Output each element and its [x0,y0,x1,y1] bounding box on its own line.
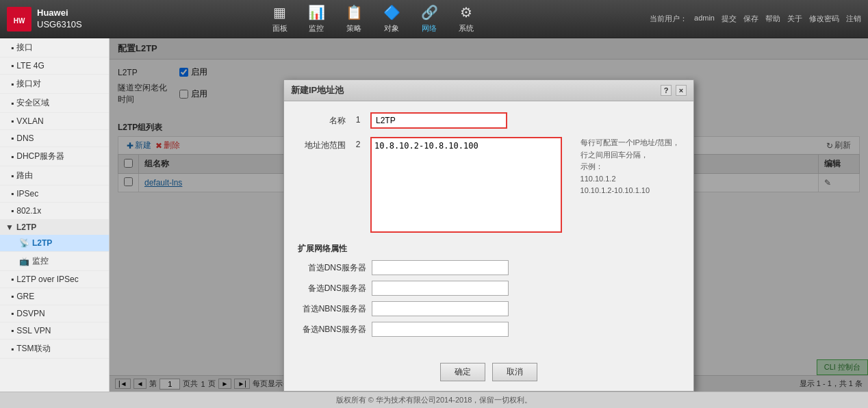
nav-policy[interactable]: 📋 策略 [346,4,363,34]
nav-system[interactable]: ⚙ 系统 [459,4,474,34]
sidebar-group-l2tp[interactable]: ▼ L2TP [0,220,109,235]
gre-icon: ▪ [11,292,14,301]
form-hint: 每行可配置一个IP地址/范围， 行之间用回车分隔， 示例： 110.10.1.2… [580,137,680,197]
action-save[interactable]: 保存 [743,14,758,24]
name-input[interactable] [370,112,507,129]
modal-dialog: 新建IP地址池 ? × 名称 1 [283,79,694,392]
ext-input-1[interactable] [372,281,509,296]
action-change-password[interactable]: 修改密码 [809,14,839,24]
nav-dashboard[interactable]: ▦ 面板 [272,4,288,34]
topbar: HW Huawei USG6310S ▦ 面板 📊 监控 📋 策略 🔷 对象 🔗… [0,0,868,38]
policy-icon: 📋 [346,4,363,21]
nav-monitor[interactable]: 📊 监控 [308,4,325,34]
lte4g-icon: ▪ [11,61,14,71]
hint-line2: 行之间用回车分隔， [580,149,680,162]
nav-network[interactable]: 🔗 网络 [421,4,438,34]
huawei-logo-icon: HW [7,7,31,31]
brand-text: Huawei USG6310S [37,8,82,31]
system-icon: ⚙ [460,4,472,21]
sidebar-item-interface-pair[interactable]: ▪ 接口对 [0,75,109,94]
monitor-icon: 📊 [308,4,325,21]
sidebar-item-ipsec[interactable]: ▪ IPSec [0,186,109,203]
nav-object-label: 对象 [384,23,399,34]
ext-input-0[interactable] [372,260,509,275]
confirm-button[interactable]: 确定 [440,363,485,381]
ext-input-3[interactable] [372,322,509,337]
sidebar-label-monitor-sub: 监控 [32,255,49,267]
l2tp-group-icon: ▼ [5,222,14,232]
sidebar-item-l2tp-over-ipsec[interactable]: ▪ L2TP over IPSec [0,271,109,288]
sidebar-label-lte4g: LTE 4G [16,61,44,71]
action-about[interactable]: 关于 [787,14,802,24]
sidebar-item-gre[interactable]: ▪ GRE [0,288,109,305]
sidebar-label-dsvpn: DSVPN [16,309,44,318]
footer-text: 版权所有 © 华为技术有限公司2014-2018，保留一切权利。 [336,395,533,405]
modal-footer: 确定 取消 [284,353,693,391]
modal-header-actions: ? × [661,85,687,96]
action-help[interactable]: 帮助 [765,14,780,24]
sidebar-item-vxlan[interactable]: ▪ VXLAN [0,113,109,130]
ext-label-3: 备选NBNS服务器 [298,324,366,335]
sidebar-item-routing[interactable]: ▪ 路由 [0,166,109,186]
sidebar-item-dhcp[interactable]: ▪ DHCP服务器 [0,147,109,166]
dsvpn-icon: ▪ [11,309,14,318]
routing-icon: ▪ [11,171,14,181]
modal-title: 新建IP地址池 [291,84,344,97]
modal-header: 新建IP地址池 ? × [284,80,693,101]
hint-line3: 示例： [580,161,680,173]
sidebar-item-lte4g[interactable]: ▪ LTE 4G [0,58,109,75]
hint-example2: 10.10.1.2-10.10.1.10 [580,185,680,197]
sidebar-item-interface[interactable]: ▪ 接口 [0,38,109,58]
security-zone-icon: ▪ [11,99,14,108]
cancel-button[interactable]: 取消 [492,363,537,381]
sidebar: ▪ 接口 ▪ LTE 4G ▪ 接口对 ▪ 安全区域 ▪ VXLAN ▪ DNS… [0,38,110,392]
ext-row-1: 备选DNS服务器 [298,281,680,296]
ext-row-0: 首选DNS服务器 [298,260,680,275]
ext-row-3: 备选NBNS服务器 [298,322,680,337]
form-field-addr: 10.8.10.2-10.8.10.100 [370,137,567,235]
svg-text:HW: HW [14,17,25,25]
sidebar-label-gre: GRE [16,292,34,301]
sidebar-item-8021x[interactable]: ▪ 802.1x [0,203,109,220]
main-layout: ▪ 接口 ▪ LTE 4G ▪ 接口对 ▪ 安全区域 ▪ VXLAN ▪ DNS… [0,38,868,392]
modal-help-btn[interactable]: ? [661,85,672,96]
interface-icon: ▪ [11,43,14,53]
ssl-vpn-icon: ▪ [11,326,14,335]
sidebar-item-ssl-vpn[interactable]: ▪ SSL VPN [0,322,109,340]
nav-object[interactable]: 🔷 对象 [383,4,400,34]
sidebar-item-dsvpn[interactable]: ▪ DSVPN [0,305,109,322]
sidebar-group-label-l2tp: L2TP [16,222,36,232]
sidebar-label-security-zone: 安全区域 [16,97,49,109]
form-number-2: 2 [353,137,363,149]
hint-line1: 每行可配置一个IP地址/范围， [580,137,680,149]
extended-form: 首选DNS服务器 备选DNS服务器 首选NBNS服务器 备选NBNS服 [298,260,680,337]
extended-section-title: 扩展网络属性 [298,243,680,255]
addr-textarea[interactable]: 10.8.10.2-10.8.10.100 [370,137,562,233]
topbar-right: 当前用户： admin 提交 保存 帮助 关于 修改密码 注销 [650,14,861,24]
network-icon: 🔗 [421,4,438,21]
form-field-name [370,112,680,129]
modal-close-btn[interactable]: × [676,85,687,96]
ext-label-0: 首选DNS服务器 [298,262,366,274]
sidebar-item-l2tp-config[interactable]: 📡 L2TP [0,235,109,252]
tsm-icon: ▪ [11,344,14,354]
sidebar-label-dns: DNS [16,133,34,143]
bottombar: 版权所有 © 华为技术有限公司2014-2018，保留一切权利。 [0,392,868,408]
sidebar-label-interface: 接口 [16,42,33,53]
sidebar-label-ssl-vpn: SSL VPN [16,326,51,335]
sidebar-item-dns[interactable]: ▪ DNS [0,130,109,147]
sidebar-item-monitor-sub[interactable]: 📺 监控 [0,252,109,271]
ext-row-2: 首选NBNS服务器 [298,301,680,316]
sidebar-label-tsm: TSM联动 [16,343,50,355]
dashboard-icon: ▦ [273,4,286,21]
sidebar-item-tsm[interactable]: ▪ TSM联动 [0,340,109,359]
vxlan-icon: ▪ [11,116,14,126]
8021x-icon: ▪ [11,206,14,216]
action-logout[interactable]: 注销 [846,14,861,24]
ext-input-2[interactable] [372,301,509,316]
sidebar-item-security-zone[interactable]: ▪ 安全区域 [0,94,109,113]
nav-system-label: 系统 [459,23,474,34]
action-submit[interactable]: 提交 [722,14,737,24]
object-icon: 🔷 [383,4,400,21]
ext-label-1: 备选DNS服务器 [298,283,366,294]
